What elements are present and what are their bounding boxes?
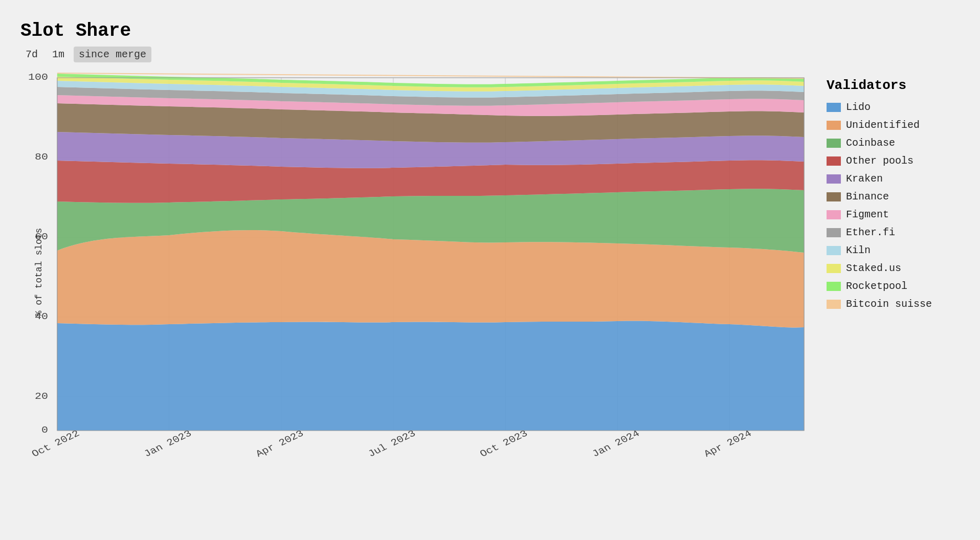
legend-label-coinbase: Coinbase bbox=[846, 137, 895, 149]
svg-text:Jan 2024: Jan 2024 bbox=[590, 428, 642, 459]
time-btn-7d[interactable]: 7d bbox=[20, 47, 43, 62]
chart-svg-container: 100 80 60 40 20 0 Oct 2022 Jan 2023 Apr … bbox=[20, 73, 816, 471]
legend-item-staked: Staked.us bbox=[827, 262, 970, 274]
legend-color-other-pools bbox=[827, 156, 841, 166]
legend-label-staked: Staked.us bbox=[846, 262, 901, 274]
chart-wrapper: % of total slots bbox=[20, 73, 816, 471]
y-axis-label: % of total slots bbox=[34, 228, 44, 317]
svg-text:100: 100 bbox=[28, 73, 48, 82]
legend-label-unidentified: Unidentified bbox=[846, 119, 920, 131]
legend-item-figment: Figment bbox=[827, 209, 970, 220]
legend-color-kraken bbox=[827, 174, 841, 184]
legend-label-rocketpool: Rocketpool bbox=[846, 280, 907, 292]
svg-text:80: 80 bbox=[35, 152, 48, 163]
legend-item-coinbase: Coinbase bbox=[827, 137, 970, 149]
legend-item-other-pools: Other pools bbox=[827, 155, 970, 167]
legend-item-etherfi: Ether.fi bbox=[827, 227, 970, 238]
svg-text:Apr 2024: Apr 2024 bbox=[702, 428, 754, 459]
legend-color-etherfi bbox=[827, 228, 841, 237]
legend-title: Validators bbox=[827, 78, 970, 93]
legend-label-figment: Figment bbox=[846, 209, 889, 220]
legend-color-coinbase bbox=[827, 139, 841, 148]
legend-label-lido: Lido bbox=[846, 101, 871, 113]
legend-label-binance: Binance bbox=[846, 191, 889, 202]
legend-item-lido: Lido bbox=[827, 101, 970, 113]
legend-label-etherfi: Ether.fi bbox=[846, 227, 895, 238]
legend-color-figment bbox=[827, 210, 841, 219]
svg-text:20: 20 bbox=[35, 391, 48, 402]
legend-label-other-pools: Other pools bbox=[846, 155, 914, 167]
legend-item-rocketpool: Rocketpool bbox=[827, 280, 970, 292]
svg-text:Jul 2023: Jul 2023 bbox=[366, 428, 418, 459]
legend-item-kraken: Kraken bbox=[827, 173, 970, 185]
legend-color-kiln bbox=[827, 246, 841, 255]
legend-item-bitcoin-suisse: Bitcoin suisse bbox=[827, 298, 970, 310]
legend-label-bitcoin-suisse: Bitcoin suisse bbox=[846, 298, 932, 310]
legend-label-kiln: Kiln bbox=[846, 244, 871, 256]
legend-item-binance: Binance bbox=[827, 191, 970, 202]
time-btn-since-merge[interactable]: since merge bbox=[74, 47, 151, 62]
legend-color-binance bbox=[827, 192, 841, 201]
legend-item-unidentified: Unidentified bbox=[827, 119, 970, 131]
legend-label-kraken: Kraken bbox=[846, 173, 883, 185]
legend-color-bitcoin-suisse bbox=[827, 300, 841, 309]
svg-text:Oct 2022: Oct 2022 bbox=[30, 428, 82, 459]
chart-title: Slot Share bbox=[20, 20, 970, 41]
svg-text:Apr 2023: Apr 2023 bbox=[254, 428, 306, 459]
legend-item-kiln: Kiln bbox=[827, 244, 970, 256]
legend-color-unidentified bbox=[827, 121, 841, 130]
legend: Validators Lido Unidentified Coinbase Ot… bbox=[827, 73, 970, 471]
svg-text:Jan 2023: Jan 2023 bbox=[142, 428, 194, 459]
chart-area: % of total slots bbox=[20, 73, 970, 471]
svg-text:Oct 2023: Oct 2023 bbox=[478, 428, 530, 459]
svg-text:0: 0 bbox=[41, 425, 48, 436]
chart-container: Slot Share 7d 1m since merge % of total … bbox=[0, 0, 980, 540]
time-buttons: 7d 1m since merge bbox=[20, 47, 970, 62]
legend-color-rocketpool bbox=[827, 282, 841, 291]
legend-color-lido bbox=[827, 103, 841, 112]
legend-color-staked bbox=[827, 264, 841, 273]
time-btn-1m[interactable]: 1m bbox=[47, 47, 70, 62]
